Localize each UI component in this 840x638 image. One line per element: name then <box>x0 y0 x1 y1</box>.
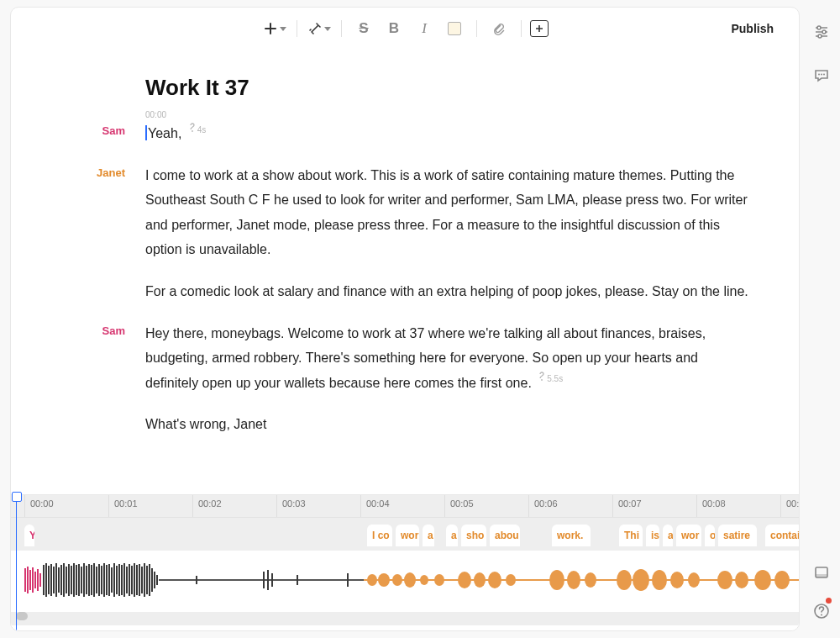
panel-icon <box>814 565 829 580</box>
add-button[interactable] <box>261 15 288 42</box>
script-button[interactable] <box>306 15 333 42</box>
svg-rect-20 <box>71 566 72 594</box>
pause-marker[interactable]: 5.5s <box>538 372 563 388</box>
svg-point-0 <box>192 130 193 132</box>
word-pill[interactable]: o <box>705 525 715 546</box>
svg-rect-19 <box>68 564 70 596</box>
svg-point-89 <box>821 74 822 76</box>
transcript-paragraph[interactable]: What's wrong, Janet <box>145 412 748 437</box>
transcript-paragraph[interactable]: Hey there, moneybags. Welcome to work at… <box>145 321 748 396</box>
word-pill[interactable]: satire <box>718 525 757 546</box>
ruler-tick: 00:06 <box>528 495 612 517</box>
timeline: 00:00 00:01 00:02 00:03 00:04 00:05 00:0… <box>11 494 799 630</box>
speaker-label-sam[interactable]: Sam <box>102 124 125 137</box>
transcript-text[interactable]: I come to work at a show about work. Thi… <box>145 163 748 304</box>
toolbar: S B I Publish <box>11 8 799 50</box>
toolbar-separator <box>297 20 297 37</box>
svg-rect-55 <box>159 579 364 581</box>
svg-rect-11 <box>48 566 50 594</box>
ruler-tick: 00:03 <box>276 495 360 517</box>
speaker-column: Janet <box>61 163 145 304</box>
svg-rect-25 <box>83 563 85 597</box>
svg-point-87 <box>818 34 822 38</box>
ruler-tick: 00:00 <box>24 495 108 517</box>
pause-icon <box>538 372 545 382</box>
svg-rect-29 <box>93 563 95 597</box>
chevron-down-icon <box>324 27 331 31</box>
word-pill[interactable]: work. <box>552 525 591 546</box>
word-pill[interactable]: Y <box>24 525 34 546</box>
word-track[interactable]: Y I co wor a a sho abou work. Thi is a w… <box>11 517 799 551</box>
highlight-color-button[interactable] <box>441 15 468 42</box>
word-pill[interactable]: a <box>423 525 434 546</box>
svg-rect-22 <box>76 565 77 595</box>
svg-rect-51 <box>149 564 150 596</box>
publish-button[interactable]: Publish <box>722 17 782 40</box>
insert-comment-button[interactable] <box>530 20 549 37</box>
attachment-button[interactable] <box>486 15 512 42</box>
word-pill[interactable]: a <box>446 525 458 546</box>
color-swatch-icon <box>448 22 461 35</box>
svg-rect-60 <box>297 575 298 585</box>
word-pill[interactable]: is <box>646 525 659 546</box>
timeline-scrollbar[interactable] <box>11 612 799 625</box>
word-pill[interactable]: I co <box>367 525 392 546</box>
speaker-column: Sam <box>61 321 145 437</box>
svg-rect-18 <box>66 567 67 593</box>
scrollbar-thumb[interactable] <box>16 612 28 620</box>
word-pill[interactable]: sho <box>461 525 486 546</box>
svg-rect-2 <box>24 568 26 592</box>
pause-marker[interactable]: 4s <box>189 123 207 139</box>
word-pill[interactable]: a <box>663 525 673 546</box>
pause-icon <box>189 123 196 133</box>
svg-rect-7 <box>37 569 39 591</box>
svg-rect-59 <box>271 573 273 587</box>
svg-rect-44 <box>131 566 133 594</box>
svg-rect-33 <box>103 563 105 597</box>
toolbar-center-group: S B I <box>261 15 549 42</box>
svg-point-1 <box>541 380 543 382</box>
editor-panel: S B I Publish Work It 37 <box>10 7 800 631</box>
svg-rect-21 <box>73 563 75 597</box>
speaker-label-sam[interactable]: Sam <box>102 324 125 337</box>
svg-rect-9 <box>43 565 45 595</box>
speaker-label-janet[interactable]: Janet <box>97 166 125 179</box>
word-pill[interactable]: Thi <box>619 525 643 546</box>
word-pill[interactable]: wor <box>396 525 419 546</box>
italic-button[interactable]: I <box>411 15 438 42</box>
document-title[interactable]: Work It 37 <box>145 75 748 101</box>
svg-rect-30 <box>96 567 97 593</box>
bold-button[interactable]: B <box>381 15 407 42</box>
properties-button[interactable] <box>810 20 833 44</box>
waveform-track[interactable] <box>11 551 799 609</box>
transcript-text[interactable]: Hey there, moneybags. Welcome to work at… <box>145 321 748 437</box>
svg-rect-31 <box>98 564 100 596</box>
svg-point-94 <box>821 614 822 616</box>
transcript-text[interactable]: 00:00 Yeah, 4s <box>145 121 748 146</box>
svg-rect-34 <box>106 565 108 595</box>
word-pill[interactable]: wor <box>676 525 701 546</box>
chevron-down-icon <box>280 27 286 31</box>
transcript-paragraph[interactable]: For a comedic look at salary and finance… <box>145 279 748 304</box>
ruler-tick: 00:08 <box>696 495 780 517</box>
word-pill[interactable]: abou <box>490 525 520 546</box>
comments-button[interactable] <box>810 64 833 87</box>
transcript-word[interactable]: Yeah, <box>148 126 181 140</box>
svg-rect-50 <box>146 566 148 594</box>
strikethrough-button[interactable]: S <box>350 15 377 42</box>
word-timestamp: 00:00 <box>145 108 166 124</box>
word-pill[interactable]: contain <box>765 525 800 546</box>
bold-icon: B <box>389 20 399 37</box>
panel-toggle-button[interactable] <box>810 561 833 584</box>
svg-rect-13 <box>53 567 55 593</box>
ruler-tick: 00:02 <box>192 495 276 517</box>
help-button[interactable] <box>810 599 833 623</box>
svg-rect-37 <box>113 563 115 597</box>
playhead[interactable] <box>16 495 17 630</box>
toolbar-separator <box>476 20 477 37</box>
transcript-paragraph[interactable]: I come to work at a show about work. Thi… <box>145 163 748 262</box>
svg-rect-48 <box>141 567 143 593</box>
timeline-ruler[interactable]: 00:00 00:01 00:02 00:03 00:04 00:05 00:0… <box>11 495 799 517</box>
waveform <box>11 551 800 609</box>
ruler-tick: 00:07 <box>612 495 696 517</box>
